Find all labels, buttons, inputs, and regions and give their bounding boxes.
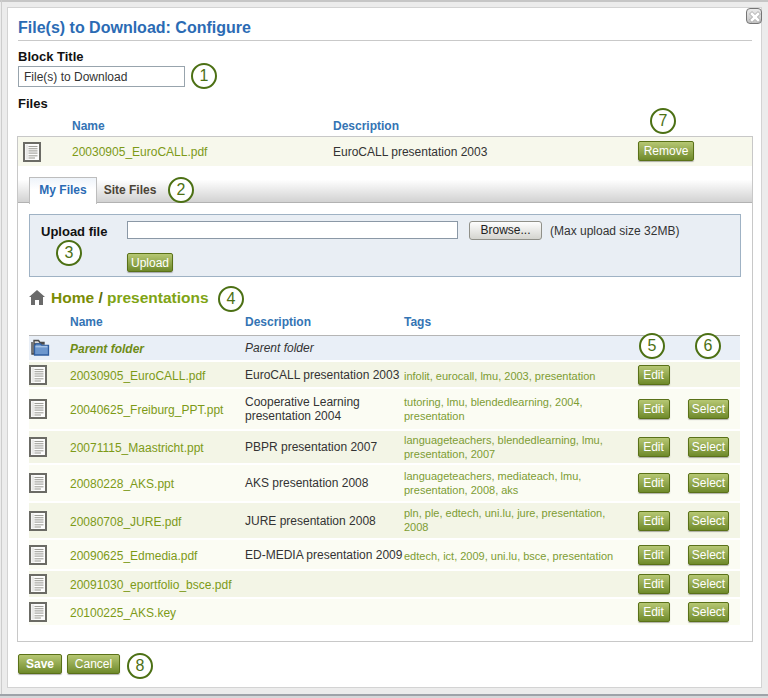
folder-icon [29,335,70,361]
file-tags[interactable]: pln, ple, edtech, uni.lu, jure, presenta… [404,506,630,534]
file-description: PBPR presentation 2007 [245,430,404,464]
file-name-link[interactable]: 20091030_eportfolio_bsce.pdf [70,578,231,592]
annotation-7: 7 [650,108,676,134]
cancel-button[interactable]: Cancel [67,654,120,674]
file-name-link[interactable]: 20030905_EuroCALL.pdf [70,369,205,383]
table-row-file: 20080708_JURE.pdf JURE presentation 2008… [29,502,740,539]
close-icon [749,11,761,23]
breadcrumb: Home / presentations [29,289,209,309]
upload-file-label: Upload file [41,224,107,239]
file-icon [29,430,70,464]
col-name: Name [70,309,245,335]
file-icon [23,142,41,162]
file-description: JURE presentation 2008 [245,502,404,539]
edit-button[interactable]: Edit [638,602,670,622]
file-tags[interactable]: languageteachers, mediateach, lmu, prese… [404,469,630,497]
browse-button[interactable]: Browse... [469,221,542,240]
select-button[interactable]: Select [688,545,729,565]
file-tags[interactable]: edtech, ict, 2009, uni.lu, bsce, present… [404,549,613,563]
edit-button[interactable]: Edit [638,437,670,457]
breadcrumb-separator: / [94,289,107,306]
file-description: ED-MEDIA presentation 2009 [245,539,404,570]
annotation-5: 5 [639,333,665,359]
title-divider [18,40,752,41]
max-upload-note: (Max upload size 32MB) [550,224,679,238]
file-description [245,570,404,598]
edit-button[interactable]: Edit [638,399,670,419]
block-title-input[interactable] [18,66,185,87]
select-button[interactable]: Select [688,602,729,622]
col-tags: Tags [404,309,630,335]
page-left-edge [1,0,2,698]
file-name-link[interactable]: 20080228_AKS.ppt [70,477,174,491]
file-description: Cooperative Learning presentation 2004 [245,388,404,430]
file-name-link[interactable]: 20080708_JURE.pdf [70,515,181,529]
block-title-label: Block Title [18,49,84,64]
select-button[interactable]: Select [688,574,729,594]
table-row-file: 20040625_Freiburg_PPT.ppt Cooperative Le… [29,388,740,430]
tab-site-files[interactable]: Site Files [96,177,164,203]
table-row-parent-folder: Parent folder Parent folder [29,335,740,361]
edit-button[interactable]: Edit [638,365,670,385]
upload-button[interactable]: Upload [127,253,173,272]
annotation-1: 1 [191,63,217,89]
file-icon [29,598,70,626]
edit-button[interactable]: Edit [638,545,670,565]
file-description: EuroCALL presentation 2003 [245,361,404,388]
file-icon [29,388,70,430]
file-icon [29,539,70,570]
table-row-file: 20030905_EuroCALL.pdf EuroCALL presentat… [29,361,740,388]
parent-folder-link[interactable]: Parent folder [70,342,144,356]
files-heading: Files [18,96,48,111]
home-icon [29,290,45,309]
annotation-4: 4 [218,286,244,312]
annotation-3: 3 [56,240,82,266]
edit-button[interactable]: Edit [638,511,670,531]
file-icon [29,464,70,502]
save-button[interactable]: Save [18,654,62,674]
select-button[interactable]: Select [688,511,729,531]
file-icon [29,502,70,539]
file-description: AKS presentation 2008 [245,464,404,502]
file-icon [29,570,70,598]
selected-file-name-link[interactable]: 20030905_EuroCALL.pdf [72,145,207,159]
file-description [245,598,404,626]
file-name-link[interactable]: 20071115_Maastricht.ppt [70,441,204,455]
files-col-description: Description [333,119,399,133]
file-tags[interactable]: languageteachers, blendedlearning, lmu, … [404,433,630,461]
file-name-link[interactable]: 20090625_Edmedia.pdf [70,549,197,563]
files-col-name: Name [72,119,105,133]
selected-file-description: EuroCALL presentation 2003 [333,145,487,159]
select-button[interactable]: Select [688,473,729,493]
tab-my-files[interactable]: My Files [29,177,97,204]
select-button[interactable]: Select [688,437,729,457]
table-row-file: 20071115_Maastricht.ppt PBPR presentatio… [29,430,740,464]
file-icon [29,361,70,388]
select-button[interactable]: Select [688,399,729,419]
edit-button[interactable]: Edit [638,574,670,594]
file-tags[interactable]: tutoring, lmu, blendedlearning, 2004, pr… [404,395,630,423]
file-tags[interactable]: infolit, eurocall, lmu, 2003, presentati… [404,369,595,383]
annotation-8: 8 [127,653,153,679]
close-button[interactable] [746,8,762,24]
table-row-file: 20090625_Edmedia.pdf ED-MEDIA presentati… [29,539,740,570]
remove-button[interactable]: Remove [638,141,694,161]
col-description: Description [245,309,404,335]
annotation-6: 6 [695,333,721,359]
breadcrumb-home-link[interactable]: Home [51,289,94,306]
breadcrumb-current-folder[interactable]: presentations [107,289,209,306]
parent-folder-description: Parent folder [245,335,404,361]
table-row-file: 20091030_eportfolio_bsce.pdf Edit Select [29,570,740,598]
file-name-link[interactable]: 20040625_Freiburg_PPT.ppt [70,403,223,417]
upload-file-input[interactable] [127,221,458,239]
dialog-title: File(s) to Download: Configure [18,19,251,37]
table-row-file: 20080228_AKS.ppt AKS presentation 2008 l… [29,464,740,502]
table-row-file: 20100225_AKS.key Edit Select [29,598,740,626]
file-name-link[interactable]: 20100225_AKS.key [70,606,176,620]
file-browser-header-row: Name Description Tags [29,309,740,335]
annotation-2: 2 [168,177,194,203]
file-browser-table: Name Description Tags Parent folder Pare… [29,309,740,627]
page-top-edge [0,0,768,2]
edit-button[interactable]: Edit [638,473,670,493]
